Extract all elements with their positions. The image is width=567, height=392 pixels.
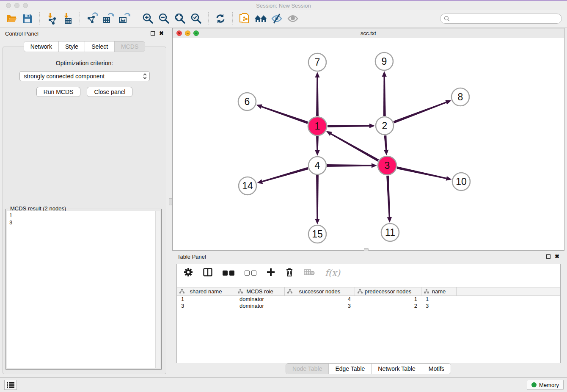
- edge-4-14[interactable]: [262, 167, 308, 182]
- column-header-name[interactable]: name: [421, 287, 457, 295]
- edge-arrowhead: [372, 163, 377, 168]
- zoom-in-button[interactable]: [140, 11, 156, 26]
- graph-node-label: 14: [242, 180, 253, 191]
- column-type-icon: [358, 289, 363, 294]
- delete-table-icon: [304, 268, 315, 276]
- column-header-successor-nodes[interactable]: successor nodes: [285, 287, 355, 295]
- network-canvas[interactable]: 7968124314101511: [173, 38, 564, 250]
- table-cell: 3: [285, 303, 355, 309]
- edge-1-7[interactable]: [316, 77, 319, 116]
- tab-style[interactable]: Style: [59, 41, 85, 52]
- graph-node-label: 10: [456, 176, 467, 187]
- open-session-button[interactable]: [3, 11, 19, 26]
- table-row[interactable]: 3dominator323: [177, 303, 560, 309]
- result-scrollbar[interactable]: [155, 211, 160, 368]
- memory-button[interactable]: Memory: [527, 380, 564, 390]
- delete-column-button[interactable]: [285, 268, 294, 279]
- table-body: 1dominator4113dominator323: [177, 296, 560, 309]
- clone-network-button[interactable]: [237, 11, 253, 26]
- search-input[interactable]: [452, 15, 556, 22]
- column-type-icon: [179, 289, 184, 294]
- graph-node-label: 7: [315, 57, 320, 68]
- edge-arrowhead: [384, 150, 388, 155]
- export-table-icon: [102, 12, 114, 25]
- export-image-button[interactable]: [116, 11, 132, 26]
- edge-arrowhead: [315, 150, 319, 156]
- vertical-splitter-handle[interactable]: [169, 198, 172, 205]
- zoom-selected-icon: [190, 12, 203, 25]
- hide-selected-button[interactable]: [269, 11, 285, 26]
- window-title: Session: New Session: [0, 3, 567, 9]
- import-network-button[interactable]: [44, 11, 60, 26]
- global-search[interactable]: [440, 14, 562, 24]
- table-tab-node-table[interactable]: Node Table: [286, 364, 329, 374]
- select-all-columns-button[interactable]: [223, 271, 234, 276]
- tab-select[interactable]: Select: [85, 41, 115, 52]
- edge-arrowhead: [315, 219, 319, 224]
- gear-icon: [184, 268, 193, 277]
- zoom-fit-icon: [174, 12, 187, 25]
- zoom-fit-button[interactable]: [172, 11, 188, 26]
- edge-1-4[interactable]: [316, 136, 319, 150]
- control-panel-title: Control Panel: [5, 30, 39, 37]
- close-panel-button[interactable]: ✖: [159, 31, 164, 36]
- close-table-panel-button[interactable]: ✖: [555, 254, 559, 259]
- import-table-button[interactable]: [60, 11, 76, 26]
- task-history-button[interactable]: [4, 380, 17, 390]
- graph-node-label: 2: [382, 120, 388, 131]
- tab-network[interactable]: Network: [24, 41, 59, 52]
- zoom-out-button[interactable]: [156, 11, 172, 26]
- network-close-button[interactable]: ✕: [176, 30, 182, 36]
- zoom-selected-button[interactable]: [188, 11, 204, 26]
- criterion-select[interactable]: strongly connected component: [19, 71, 150, 81]
- deselect-all-columns-button[interactable]: [245, 271, 256, 276]
- table-tab-network-table[interactable]: Network Table: [372, 364, 422, 374]
- tab-mcds[interactable]: MCDS: [115, 41, 145, 52]
- edge-1-6[interactable]: [261, 106, 308, 124]
- homes-button[interactable]: [253, 11, 269, 26]
- checked-checkbox-icon: [229, 271, 234, 276]
- mcds-result-list[interactable]: 1 3: [7, 211, 160, 368]
- memory-label: Memory: [539, 382, 559, 388]
- close-panel-button-mcds[interactable]: Close panel: [87, 87, 132, 97]
- split-columns-icon: [203, 268, 212, 276]
- table-settings-button[interactable]: [184, 268, 193, 279]
- table-tab-motifs[interactable]: Motifs: [422, 364, 451, 374]
- table-row[interactable]: 1dominator411: [177, 296, 560, 303]
- column-header-MCDS-role[interactable]: MCDS role: [235, 287, 285, 295]
- edge-4-15[interactable]: [316, 175, 319, 219]
- edge-1-2[interactable]: [328, 125, 369, 127]
- titlebar: Session: New Session: [0, 1, 567, 10]
- edge-2-8[interactable]: [393, 102, 446, 123]
- float-table-panel-button[interactable]: [546, 254, 550, 259]
- edge-4-3[interactable]: [327, 164, 372, 167]
- column-type-icon: [238, 289, 243, 294]
- run-mcds-button[interactable]: Run MCDS: [36, 87, 81, 97]
- graph-node-label: 3: [385, 160, 390, 171]
- edge-3-10[interactable]: [397, 166, 446, 179]
- table-tab-edge-table[interactable]: Edge Table: [329, 364, 372, 374]
- edge-arrowhead: [257, 179, 263, 184]
- show-all-button[interactable]: [285, 11, 301, 26]
- refresh-view-button[interactable]: [212, 11, 228, 26]
- edge-3-11[interactable]: [386, 176, 390, 217]
- table-tabs: Node TableEdge TableNetwork TableMotifs: [286, 363, 451, 374]
- add-column-button[interactable]: [267, 268, 275, 278]
- export-table-button[interactable]: [100, 11, 116, 26]
- toolbar-separator: [208, 12, 209, 25]
- edge-3-1[interactable]: [330, 133, 379, 162]
- graph-node-label: 15: [312, 229, 323, 240]
- graph-node-label: 1: [315, 121, 320, 132]
- homes-icon: [254, 13, 267, 25]
- float-panel-button[interactable]: [151, 31, 155, 36]
- network-maximize-button[interactable]: +: [193, 30, 199, 36]
- edge-2-9[interactable]: [383, 77, 386, 116]
- column-header-predecessor-nodes[interactable]: predecessor nodes: [355, 287, 421, 295]
- save-session-button[interactable]: [19, 11, 36, 26]
- network-minimize-button[interactable]: −: [185, 30, 190, 36]
- show-column-panel-button[interactable]: [203, 268, 212, 278]
- export-network-button[interactable]: [84, 11, 100, 26]
- network-graph[interactable]: 7968124314101511: [173, 38, 564, 250]
- edge-2-3[interactable]: [384, 135, 387, 150]
- column-header-shared-name[interactable]: shared name: [177, 287, 235, 295]
